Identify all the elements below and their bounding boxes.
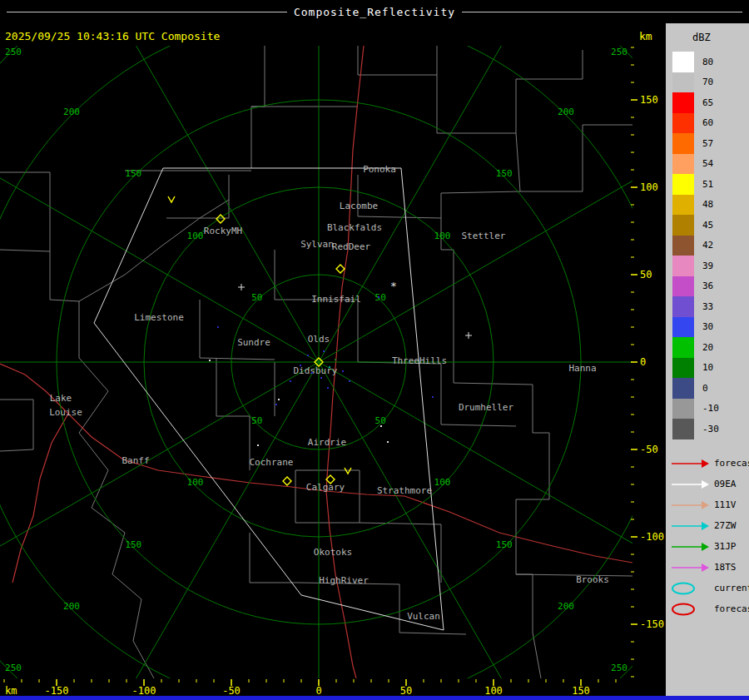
- track-label: forecast: [714, 603, 749, 614]
- range-label: 200: [558, 107, 574, 117]
- dbz-color-swatch: [672, 317, 694, 338]
- city-label: HighRiver: [319, 575, 369, 586]
- range-label: 150: [496, 539, 513, 550]
- dbz-value-label: 51: [702, 179, 713, 190]
- track-label: forecast: [714, 458, 749, 469]
- dbz-scale-row: 20: [672, 337, 719, 358]
- x-axis-unit: km: [5, 685, 17, 696]
- dbz-color-swatch: [672, 174, 694, 195]
- dbz-scale-row: 39: [672, 256, 719, 276]
- track-arrow-icon: [671, 519, 711, 533]
- x-axis-tick-label: -150: [45, 685, 69, 696]
- dbz-value-label: -10: [702, 403, 719, 414]
- track-arrow-icon: [671, 478, 711, 491]
- city-label: Sylvan: [300, 239, 334, 250]
- dot-marker-icon: [257, 444, 259, 446]
- window-title: Composite_Reflectivity: [294, 6, 455, 18]
- city-label: Calgary: [306, 482, 345, 493]
- dbz-scale-row: 65: [672, 92, 719, 113]
- speckle-marker-icon: [432, 396, 434, 398]
- track-ellipse-icon: [671, 603, 711, 616]
- track-label: current: [714, 583, 749, 593]
- legend-row-forecast: forecast: [671, 453, 749, 474]
- x-axis-tick-label: -50: [222, 685, 241, 696]
- dbz-color-swatch: [672, 52, 694, 72]
- dbz-scale-row: 30: [672, 317, 719, 338]
- radar-main: 2025/09/25 10:43:16 UTC Composite km 505…: [0, 23, 666, 696]
- x-axis-tick-label: 50: [400, 685, 412, 696]
- range-label: 200: [63, 107, 80, 117]
- city-label: RedDeer: [332, 241, 371, 252]
- dbz-color-swatch: [672, 215, 694, 236]
- track-arrow-icon: [671, 499, 711, 512]
- dbz-color-swatch: [672, 195, 694, 216]
- y-axis-tick-label: 150: [640, 94, 658, 106]
- track-legend: forecast09EA111V27ZW31JP18TScurrentforec…: [671, 453, 749, 619]
- title-rule-right: [462, 12, 742, 12]
- range-label: 150: [496, 168, 513, 179]
- dbz-scale-row: 45: [672, 215, 719, 236]
- asterisk-marker-icon: *: [390, 280, 397, 292]
- dbz-color-swatch: [672, 256, 694, 276]
- dbz-scale-row: 10: [672, 358, 719, 379]
- speckle-marker-icon: [342, 370, 344, 372]
- range-label: 50: [375, 415, 386, 426]
- x-axis-tick-label: 100: [484, 685, 503, 696]
- range-label: 100: [187, 231, 204, 241]
- legend-panel: dBZ 807065605754514845423936333020100-10…: [666, 23, 749, 700]
- city-label: Drumheller: [459, 402, 514, 413]
- city-label: Lacombe: [340, 201, 378, 211]
- legend-row-18TS: 18TS: [671, 557, 749, 578]
- dbz-value-label: 36: [702, 280, 713, 291]
- city-label: Olds: [308, 334, 330, 345]
- y-axis-tick-label: 0: [640, 356, 646, 368]
- dbz-color-swatch: [672, 378, 694, 399]
- y-axis-unit: km: [639, 30, 652, 42]
- y-axis-tick-label: -100: [640, 531, 664, 543]
- city-label: Stettler: [462, 231, 506, 241]
- title-rule-left: [7, 12, 287, 12]
- city-label: Strathmore: [377, 485, 432, 496]
- dbz-value-label: 33: [702, 301, 713, 312]
- dbz-value-label: 80: [702, 57, 713, 67]
- range-label: 200: [558, 601, 574, 612]
- speckle-marker-icon: [349, 380, 350, 382]
- dbz-color-swatch: [672, 133, 694, 154]
- range-label: 250: [5, 663, 22, 673]
- track-arrow-icon: [671, 561, 711, 574]
- y-axis-tick-label: -50: [640, 444, 658, 455]
- city-label: Innisfail: [311, 294, 361, 305]
- speckle-marker-icon: [329, 366, 330, 368]
- city-label: Louise: [49, 407, 82, 418]
- y-axis-tick-label: -150: [640, 618, 664, 630]
- track-label: 111V: [714, 499, 737, 510]
- dbz-scale-row: 48: [672, 195, 719, 216]
- speckle-marker-icon: [320, 377, 322, 379]
- city-label: Cochrane: [250, 457, 294, 468]
- dbz-scale-row: 54: [672, 154, 719, 175]
- x-axis-tick-label: 0: [315, 685, 321, 696]
- city-label: Okotoks: [314, 547, 352, 558]
- track-arrow-icon: [671, 540, 711, 554]
- speckle-marker-icon: [307, 355, 309, 356]
- city-label: ThreeHills: [392, 355, 447, 366]
- dbz-scale-row: 36: [672, 276, 719, 297]
- dbz-value-label: 0: [702, 383, 708, 394]
- city-label: Lake: [50, 393, 72, 404]
- legend-row-forecast: forecast: [671, 598, 749, 619]
- dbz-value-label: 57: [702, 138, 713, 149]
- speckle-marker-icon: [335, 359, 336, 360]
- dbz-scale-row: 57: [672, 133, 719, 154]
- dbz-color-swatch: [672, 236, 694, 256]
- dbz-color-swatch: [672, 92, 694, 113]
- radar-map-layers: 5050505010010010010015015015015020020020…: [0, 46, 666, 696]
- dbz-scale-row: -10: [672, 399, 719, 420]
- radar-map[interactable]: 5050505010010010010015015015015020020020…: [0, 46, 666, 696]
- x-axis-tick-label: -100: [132, 685, 156, 696]
- window-border-bottom: [0, 696, 749, 700]
- timestamp: 2025/09/25 10:43:16 UTC Composite: [5, 30, 220, 42]
- range-label: 100: [434, 231, 451, 241]
- dbz-color-swatch: [672, 399, 694, 420]
- range-label: 50: [251, 292, 262, 303]
- city-label: Hanna: [568, 363, 596, 374]
